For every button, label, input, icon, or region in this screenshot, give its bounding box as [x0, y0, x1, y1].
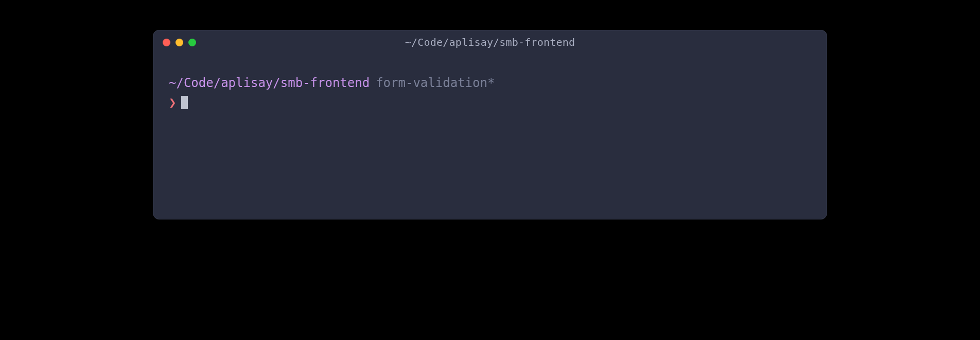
- traffic-lights: [163, 39, 196, 46]
- window-title: ~/Code/aplisay/smb-frontend: [405, 36, 575, 48]
- command-input[interactable]: [193, 95, 811, 110]
- prompt-line: ~/Code/aplisay/smb-frontend form-validat…: [169, 75, 811, 92]
- terminal-window: ~/Code/aplisay/smb-frontend ~/Code/aplis…: [153, 30, 827, 219]
- maximize-icon[interactable]: [188, 39, 196, 46]
- input-line: ❯: [169, 94, 811, 112]
- cursor-icon: [181, 96, 188, 109]
- cwd-path: ~/Code/aplisay/smb-frontend: [169, 75, 370, 92]
- terminal-body[interactable]: ~/Code/aplisay/smb-frontend form-validat…: [153, 54, 827, 122]
- git-branch: form-validation*: [376, 75, 495, 92]
- minimize-icon[interactable]: [176, 39, 183, 46]
- titlebar[interactable]: ~/Code/aplisay/smb-frontend: [153, 30, 827, 54]
- close-icon[interactable]: [163, 39, 170, 46]
- prompt-symbol: ❯: [169, 94, 176, 112]
